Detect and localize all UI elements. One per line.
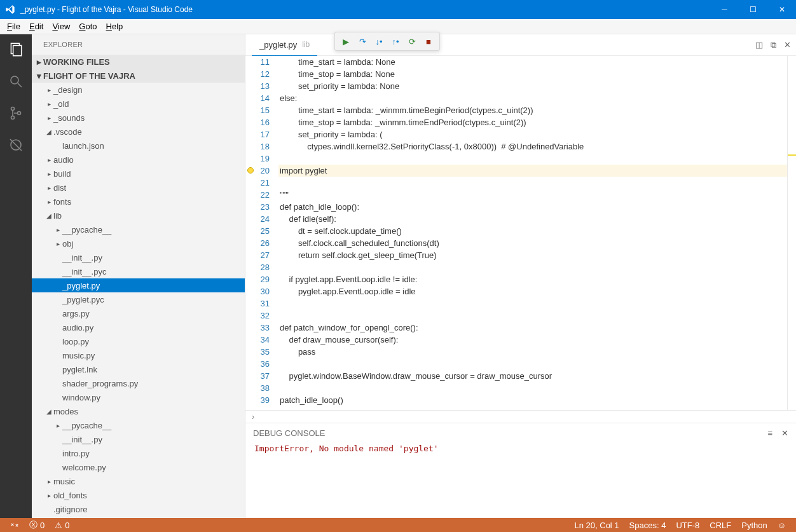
- svg-point-6: [18, 112, 21, 115]
- folder-item[interactable]: ▸audio: [32, 153, 245, 167]
- minimize-button[interactable]: ─: [710, 0, 739, 19]
- sidebar: EXPLORER ▸WORKING FILES ▾FLIGHT OF THE V…: [32, 34, 245, 518]
- debug-step-over-icon[interactable]: ↷: [354, 33, 371, 50]
- folder-item[interactable]: ▸_design: [32, 83, 245, 97]
- working-files-header[interactable]: ▸WORKING FILES: [32, 55, 245, 69]
- activity-debug-icon[interactable]: [7, 136, 25, 154]
- debug-toolbar: ▶ ↷ ↓• ↑• ⟳ ■: [334, 32, 440, 51]
- sidebar-title: EXPLORER: [32, 34, 245, 55]
- window-title: _pyglet.py - Flight of the Vajra - Visua…: [20, 5, 710, 14]
- file-item[interactable]: _pyglet.pyc: [32, 292, 245, 306]
- status-cursor[interactable]: Ln 20, Col 1: [570, 521, 624, 530]
- menu-view[interactable]: View: [48, 20, 74, 33]
- status-language[interactable]: Python: [736, 521, 772, 530]
- activity-bar: [0, 34, 32, 518]
- menu-file[interactable]: File: [3, 20, 25, 33]
- app-icon: [5, 4, 15, 15]
- status-eol[interactable]: CRLF: [704, 521, 736, 530]
- menu-help[interactable]: Help: [102, 20, 128, 33]
- file-tree: ▸_design▸_old▸_sounds◢.vscodelaunch.json…: [32, 83, 245, 518]
- file-item[interactable]: pyglet.lnk: [32, 362, 245, 376]
- breadcrumb-bar[interactable]: ›: [245, 410, 796, 423]
- debug-stop-icon[interactable]: ■: [420, 33, 437, 50]
- status-remote-icon[interactable]: [5, 521, 24, 529]
- folder-item[interactable]: ▸_sounds: [32, 111, 245, 125]
- menu-goto[interactable]: Goto: [74, 20, 101, 33]
- debug-step-out-icon[interactable]: ↑•: [387, 33, 404, 50]
- file-item[interactable]: welcome.py: [32, 460, 245, 474]
- svg-point-2: [11, 76, 18, 84]
- file-item[interactable]: __init__.pyc: [32, 264, 245, 278]
- file-item[interactable]: music.py: [32, 348, 245, 362]
- folder-item[interactable]: ▸dist: [32, 181, 245, 194]
- file-item[interactable]: shader_programs.py: [32, 376, 245, 390]
- maximize-button[interactable]: ☐: [739, 0, 767, 19]
- status-encoding[interactable]: UTF-8: [671, 521, 704, 530]
- folder-item[interactable]: ◢.vscode: [32, 125, 245, 139]
- folder-item[interactable]: ▸_old: [32, 97, 245, 111]
- title-bar: _pyglet.py - Flight of the Vajra - Visua…: [0, 0, 796, 19]
- file-item[interactable]: .gitignore: [32, 502, 245, 516]
- menu-edit[interactable]: Edit: [25, 20, 48, 33]
- console-settings-icon[interactable]: ≡: [767, 428, 772, 438]
- status-warnings[interactable]: ⚠ 0: [50, 521, 74, 530]
- folder-item[interactable]: ▸build: [32, 167, 245, 181]
- folder-item[interactable]: ◢modes: [32, 404, 245, 418]
- debug-step-into-icon[interactable]: ↓•: [371, 33, 387, 50]
- folder-item[interactable]: ◢lib: [32, 208, 245, 222]
- file-item[interactable]: _pyglet.py: [32, 278, 245, 292]
- close-editor-icon[interactable]: ✕: [784, 40, 791, 50]
- overview-ruler[interactable]: [787, 56, 796, 410]
- svg-line-3: [18, 83, 22, 87]
- folder-item[interactable]: ▸old_fonts: [32, 488, 245, 502]
- file-item[interactable]: args.py: [32, 306, 245, 320]
- debug-continue-icon[interactable]: ▶: [338, 33, 354, 50]
- debug-restart-icon[interactable]: ⟳: [404, 33, 420, 50]
- split-editor-icon[interactable]: ◫: [755, 40, 763, 50]
- status-indent[interactable]: Spaces: 4: [624, 521, 671, 530]
- file-item[interactable]: window.py: [32, 390, 245, 404]
- folder-item[interactable]: ▸obj: [32, 236, 245, 250]
- file-item[interactable]: intro.py: [32, 446, 245, 460]
- file-item[interactable]: __init__.py: [32, 432, 245, 446]
- editor-group: _pyglet.py lib ▶ ↷ ↓• ↑• ⟳ ■ ◫ ⧉ ✕ 11121…: [245, 34, 796, 518]
- activity-git-icon[interactable]: [7, 104, 25, 122]
- file-item[interactable]: loop.py: [32, 334, 245, 348]
- console-close-icon[interactable]: ✕: [781, 428, 788, 438]
- folder-item[interactable]: ▸music: [32, 474, 245, 488]
- console-output: ImportError, No module named 'pyglet': [245, 442, 796, 454]
- activity-explorer-icon[interactable]: [7, 41, 25, 58]
- svg-line-8: [10, 139, 22, 151]
- tab-pyglet[interactable]: _pyglet.py lib: [252, 34, 317, 56]
- tab-bar: _pyglet.py lib ▶ ↷ ↓• ↑• ⟳ ■ ◫ ⧉ ✕: [245, 34, 796, 56]
- status-errors[interactable]: ⓧ 0: [24, 519, 50, 531]
- folder-item[interactable]: ▸__pycache__: [32, 222, 245, 236]
- breakpoint-glyph[interactable]: [247, 167, 254, 174]
- status-bar: ⓧ 0 ⚠ 0 Ln 20, Col 1 Spaces: 4 UTF-8 CRL…: [0, 518, 796, 532]
- svg-rect-1: [13, 46, 22, 56]
- svg-point-4: [11, 107, 15, 111]
- close-button[interactable]: ✕: [767, 0, 796, 19]
- code-editor[interactable]: 1112131415161718192021222324252627282930…: [245, 56, 796, 410]
- folder-item[interactable]: ▸fonts: [32, 194, 245, 208]
- file-item[interactable]: __init__.py: [32, 250, 245, 264]
- debug-console-title: DEBUG CONSOLE: [253, 428, 325, 438]
- file-item[interactable]: audio.py: [32, 320, 245, 334]
- svg-point-5: [11, 116, 15, 119]
- more-icon[interactable]: ⧉: [771, 40, 776, 50]
- status-feedback-icon[interactable]: ☺: [772, 521, 791, 530]
- file-item[interactable]: launch.json: [32, 139, 245, 153]
- debug-console: DEBUG CONSOLE ≡ ✕ ImportError, No module…: [245, 423, 796, 518]
- activity-search-icon[interactable]: [7, 72, 25, 90]
- folder-item[interactable]: ▸__pycache__: [32, 418, 245, 432]
- project-header[interactable]: ▾FLIGHT OF THE VAJRA: [32, 69, 245, 83]
